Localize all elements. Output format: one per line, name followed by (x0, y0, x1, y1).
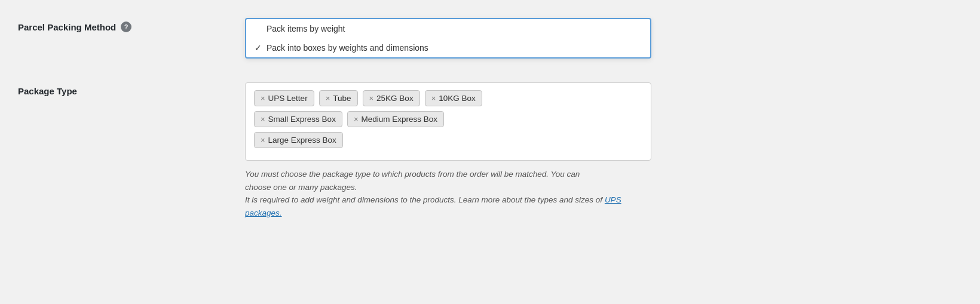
parcel-packing-help-icon[interactable]: ? (121, 22, 131, 32)
tag-medium-express-box[interactable]: × Medium Express Box (347, 111, 444, 127)
description-line3: It is required to add weight and dimensi… (245, 195, 602, 204)
tag-25kg-box[interactable]: × 25KG Box (363, 90, 420, 106)
tag-10kg-box[interactable]: × 10KG Box (425, 90, 482, 106)
tag-ups-letter[interactable]: × UPS Letter (254, 90, 314, 106)
packing-method-dropdown[interactable]: Pack items by weight ✓ Pack into boxes b… (245, 18, 651, 59)
tag-remove-tube[interactable]: × (326, 94, 330, 102)
tags-row-1: × UPS Letter × Tube × 25KG Box × 10KG Bo… (254, 90, 642, 106)
tag-remove-10kg-box[interactable]: × (431, 94, 436, 102)
tag-small-express-box[interactable]: × Small Express Box (254, 111, 342, 127)
tag-remove-small-express-box[interactable]: × (261, 115, 265, 123)
option-by-dimensions-label: Pack into boxes by weights and dimension… (267, 43, 428, 53)
description-line1: You must choose the package type to whic… (245, 170, 580, 179)
tag-remove-25kg-box[interactable]: × (369, 94, 374, 102)
tag-label-tube: Tube (333, 94, 351, 103)
dropdown-option-by-dimensions[interactable]: ✓ Pack into boxes by weights and dimensi… (246, 38, 650, 57)
tag-label-large-express-box: Large Express Box (268, 136, 336, 145)
tags-row-2: × Small Express Box × Medium Express Box (254, 111, 642, 127)
tag-label-10kg-box: 10KG Box (439, 94, 476, 103)
option-by-weight-label: Pack items by weight (267, 24, 345, 33)
package-type-label-text: Package Type (18, 86, 77, 96)
parcel-packing-label-text: Parcel Packing Method (18, 22, 116, 32)
packing-method-dropdown-box[interactable]: Pack items by weight ✓ Pack into boxes b… (245, 18, 651, 59)
parcel-packing-label: Parcel Packing Method ? (18, 18, 245, 32)
tags-row-3: × Large Express Box (254, 132, 642, 148)
tag-remove-medium-express-box[interactable]: × (354, 115, 359, 123)
tag-label-25kg-box: 25KG Box (376, 94, 414, 103)
tag-label-ups-letter: UPS Letter (268, 94, 308, 103)
parcel-packing-row: Parcel Packing Method ? Pack items by we… (18, 12, 962, 59)
tag-label-small-express-box: Small Express Box (268, 115, 336, 124)
parcel-packing-content: Pack items by weight ✓ Pack into boxes b… (245, 18, 962, 59)
checkmark-by-weight (255, 24, 263, 33)
description-line2: choose one or many packages. (245, 183, 357, 192)
tag-label-medium-express-box: Medium Express Box (361, 115, 437, 124)
tag-remove-large-express-box[interactable]: × (261, 136, 265, 144)
tag-large-express-box[interactable]: × Large Express Box (254, 132, 343, 148)
dropdown-option-by-weight[interactable]: Pack items by weight (246, 19, 650, 38)
package-type-label: Package Type (18, 82, 245, 96)
package-type-content: × UPS Letter × Tube × 25KG Box × 10KG Bo… (245, 82, 962, 219)
package-type-row: Package Type × UPS Letter × Tube × 25KG … (18, 76, 962, 219)
checkmark-by-dimensions: ✓ (255, 43, 263, 53)
tag-tube[interactable]: × Tube (319, 90, 358, 106)
tag-remove-ups-letter[interactable]: × (261, 94, 265, 102)
package-type-field[interactable]: × UPS Letter × Tube × 25KG Box × 10KG Bo… (245, 82, 651, 161)
package-type-description: You must choose the package type to whic… (245, 168, 651, 219)
